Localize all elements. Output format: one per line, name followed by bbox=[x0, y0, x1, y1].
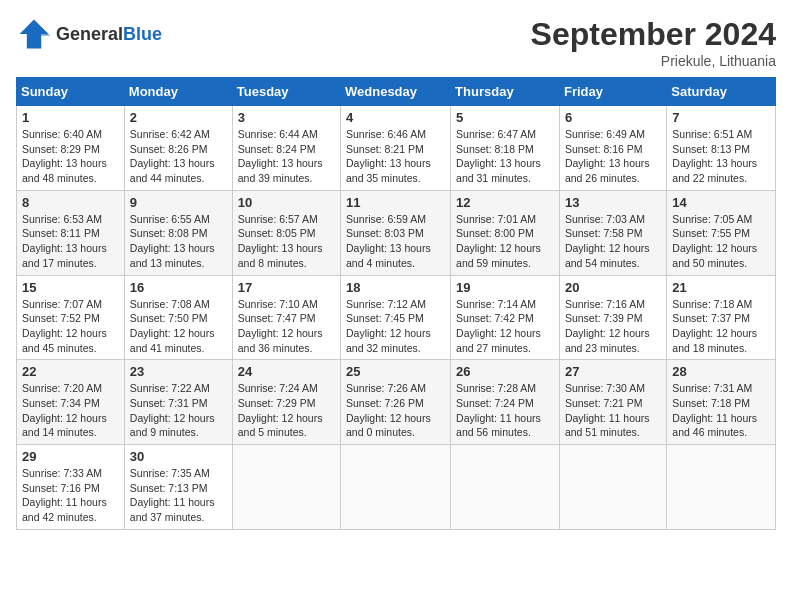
calendar-week-row: 29 Sunrise: 7:33 AMSunset: 7:16 PMDaylig… bbox=[17, 445, 776, 530]
calendar-cell: 23 Sunrise: 7:22 AMSunset: 7:31 PMDaylig… bbox=[124, 360, 232, 445]
svg-marker-1 bbox=[41, 27, 50, 36]
day-info: Sunrise: 6:49 AMSunset: 8:16 PMDaylight:… bbox=[565, 128, 650, 184]
header-thursday: Thursday bbox=[451, 78, 560, 106]
day-info: Sunrise: 6:55 AMSunset: 8:08 PMDaylight:… bbox=[130, 213, 215, 269]
day-info: Sunrise: 7:18 AMSunset: 7:37 PMDaylight:… bbox=[672, 298, 757, 354]
header-tuesday: Tuesday bbox=[232, 78, 340, 106]
day-info: Sunrise: 6:53 AMSunset: 8:11 PMDaylight:… bbox=[22, 213, 107, 269]
day-info: Sunrise: 7:35 AMSunset: 7:13 PMDaylight:… bbox=[130, 467, 215, 523]
calendar-cell: 7 Sunrise: 6:51 AMSunset: 8:13 PMDayligh… bbox=[667, 106, 776, 191]
day-number: 11 bbox=[346, 195, 445, 210]
day-info: Sunrise: 7:22 AMSunset: 7:31 PMDaylight:… bbox=[130, 382, 215, 438]
day-info: Sunrise: 7:30 AMSunset: 7:21 PMDaylight:… bbox=[565, 382, 650, 438]
calendar-cell: 17 Sunrise: 7:10 AMSunset: 7:47 PMDaylig… bbox=[232, 275, 340, 360]
header-saturday: Saturday bbox=[667, 78, 776, 106]
day-info: Sunrise: 7:24 AMSunset: 7:29 PMDaylight:… bbox=[238, 382, 323, 438]
day-number: 5 bbox=[456, 110, 554, 125]
day-number: 15 bbox=[22, 280, 119, 295]
day-info: Sunrise: 7:33 AMSunset: 7:16 PMDaylight:… bbox=[22, 467, 107, 523]
calendar-cell: 5 Sunrise: 6:47 AMSunset: 8:18 PMDayligh… bbox=[451, 106, 560, 191]
calendar: Sunday Monday Tuesday Wednesday Thursday… bbox=[16, 77, 776, 530]
header-sunday: Sunday bbox=[17, 78, 125, 106]
calendar-cell: 6 Sunrise: 6:49 AMSunset: 8:16 PMDayligh… bbox=[559, 106, 666, 191]
day-number: 17 bbox=[238, 280, 335, 295]
calendar-cell: 27 Sunrise: 7:30 AMSunset: 7:21 PMDaylig… bbox=[559, 360, 666, 445]
logo-icon bbox=[16, 16, 52, 52]
day-number: 18 bbox=[346, 280, 445, 295]
header-wednesday: Wednesday bbox=[341, 78, 451, 106]
day-number: 7 bbox=[672, 110, 770, 125]
header-friday: Friday bbox=[559, 78, 666, 106]
day-info: Sunrise: 7:12 AMSunset: 7:45 PMDaylight:… bbox=[346, 298, 431, 354]
logo-text-general: General bbox=[56, 24, 123, 44]
day-number: 2 bbox=[130, 110, 227, 125]
calendar-cell: 4 Sunrise: 6:46 AMSunset: 8:21 PMDayligh… bbox=[341, 106, 451, 191]
day-info: Sunrise: 7:20 AMSunset: 7:34 PMDaylight:… bbox=[22, 382, 107, 438]
day-info: Sunrise: 7:16 AMSunset: 7:39 PMDaylight:… bbox=[565, 298, 650, 354]
calendar-cell: 25 Sunrise: 7:26 AMSunset: 7:26 PMDaylig… bbox=[341, 360, 451, 445]
calendar-cell: 22 Sunrise: 7:20 AMSunset: 7:34 PMDaylig… bbox=[17, 360, 125, 445]
day-info: Sunrise: 6:47 AMSunset: 8:18 PMDaylight:… bbox=[456, 128, 541, 184]
day-number: 26 bbox=[456, 364, 554, 379]
day-info: Sunrise: 7:28 AMSunset: 7:24 PMDaylight:… bbox=[456, 382, 541, 438]
day-info: Sunrise: 7:05 AMSunset: 7:55 PMDaylight:… bbox=[672, 213, 757, 269]
calendar-cell: 21 Sunrise: 7:18 AMSunset: 7:37 PMDaylig… bbox=[667, 275, 776, 360]
logo: GeneralBlue bbox=[16, 16, 162, 52]
weekday-header-row: Sunday Monday Tuesday Wednesday Thursday… bbox=[17, 78, 776, 106]
calendar-cell: 24 Sunrise: 7:24 AMSunset: 7:29 PMDaylig… bbox=[232, 360, 340, 445]
calendar-cell: 3 Sunrise: 6:44 AMSunset: 8:24 PMDayligh… bbox=[232, 106, 340, 191]
calendar-cell: 1 Sunrise: 6:40 AMSunset: 8:29 PMDayligh… bbox=[17, 106, 125, 191]
calendar-cell: 26 Sunrise: 7:28 AMSunset: 7:24 PMDaylig… bbox=[451, 360, 560, 445]
calendar-week-row: 15 Sunrise: 7:07 AMSunset: 7:52 PMDaylig… bbox=[17, 275, 776, 360]
calendar-week-row: 8 Sunrise: 6:53 AMSunset: 8:11 PMDayligh… bbox=[17, 190, 776, 275]
calendar-cell: 28 Sunrise: 7:31 AMSunset: 7:18 PMDaylig… bbox=[667, 360, 776, 445]
calendar-cell: 10 Sunrise: 6:57 AMSunset: 8:05 PMDaylig… bbox=[232, 190, 340, 275]
calendar-cell bbox=[232, 445, 340, 530]
calendar-cell: 18 Sunrise: 7:12 AMSunset: 7:45 PMDaylig… bbox=[341, 275, 451, 360]
calendar-cell: 14 Sunrise: 7:05 AMSunset: 7:55 PMDaylig… bbox=[667, 190, 776, 275]
calendar-cell bbox=[667, 445, 776, 530]
page-header: GeneralBlue September 2024 Priekule, Lit… bbox=[16, 16, 776, 69]
day-number: 12 bbox=[456, 195, 554, 210]
calendar-cell: 16 Sunrise: 7:08 AMSunset: 7:50 PMDaylig… bbox=[124, 275, 232, 360]
calendar-cell: 13 Sunrise: 7:03 AMSunset: 7:58 PMDaylig… bbox=[559, 190, 666, 275]
logo-text-blue: Blue bbox=[123, 24, 162, 44]
calendar-cell: 19 Sunrise: 7:14 AMSunset: 7:42 PMDaylig… bbox=[451, 275, 560, 360]
day-number: 9 bbox=[130, 195, 227, 210]
day-number: 19 bbox=[456, 280, 554, 295]
calendar-cell: 2 Sunrise: 6:42 AMSunset: 8:26 PMDayligh… bbox=[124, 106, 232, 191]
day-info: Sunrise: 7:14 AMSunset: 7:42 PMDaylight:… bbox=[456, 298, 541, 354]
day-info: Sunrise: 7:01 AMSunset: 8:00 PMDaylight:… bbox=[456, 213, 541, 269]
day-info: Sunrise: 6:57 AMSunset: 8:05 PMDaylight:… bbox=[238, 213, 323, 269]
day-number: 23 bbox=[130, 364, 227, 379]
day-number: 3 bbox=[238, 110, 335, 125]
day-info: Sunrise: 7:08 AMSunset: 7:50 PMDaylight:… bbox=[130, 298, 215, 354]
day-info: Sunrise: 6:59 AMSunset: 8:03 PMDaylight:… bbox=[346, 213, 431, 269]
day-number: 21 bbox=[672, 280, 770, 295]
day-number: 27 bbox=[565, 364, 661, 379]
calendar-cell bbox=[341, 445, 451, 530]
day-number: 22 bbox=[22, 364, 119, 379]
day-number: 16 bbox=[130, 280, 227, 295]
day-info: Sunrise: 7:10 AMSunset: 7:47 PMDaylight:… bbox=[238, 298, 323, 354]
day-number: 14 bbox=[672, 195, 770, 210]
day-info: Sunrise: 7:07 AMSunset: 7:52 PMDaylight:… bbox=[22, 298, 107, 354]
calendar-cell bbox=[559, 445, 666, 530]
calendar-week-row: 1 Sunrise: 6:40 AMSunset: 8:29 PMDayligh… bbox=[17, 106, 776, 191]
calendar-cell bbox=[451, 445, 560, 530]
calendar-cell: 20 Sunrise: 7:16 AMSunset: 7:39 PMDaylig… bbox=[559, 275, 666, 360]
day-info: Sunrise: 7:03 AMSunset: 7:58 PMDaylight:… bbox=[565, 213, 650, 269]
calendar-cell: 11 Sunrise: 6:59 AMSunset: 8:03 PMDaylig… bbox=[341, 190, 451, 275]
calendar-cell: 8 Sunrise: 6:53 AMSunset: 8:11 PMDayligh… bbox=[17, 190, 125, 275]
day-info: Sunrise: 6:42 AMSunset: 8:26 PMDaylight:… bbox=[130, 128, 215, 184]
header-monday: Monday bbox=[124, 78, 232, 106]
day-number: 24 bbox=[238, 364, 335, 379]
location: Priekule, Lithuania bbox=[531, 53, 776, 69]
calendar-cell: 30 Sunrise: 7:35 AMSunset: 7:13 PMDaylig… bbox=[124, 445, 232, 530]
day-number: 8 bbox=[22, 195, 119, 210]
day-info: Sunrise: 7:31 AMSunset: 7:18 PMDaylight:… bbox=[672, 382, 757, 438]
calendar-cell: 9 Sunrise: 6:55 AMSunset: 8:08 PMDayligh… bbox=[124, 190, 232, 275]
day-number: 6 bbox=[565, 110, 661, 125]
day-number: 10 bbox=[238, 195, 335, 210]
day-number: 28 bbox=[672, 364, 770, 379]
